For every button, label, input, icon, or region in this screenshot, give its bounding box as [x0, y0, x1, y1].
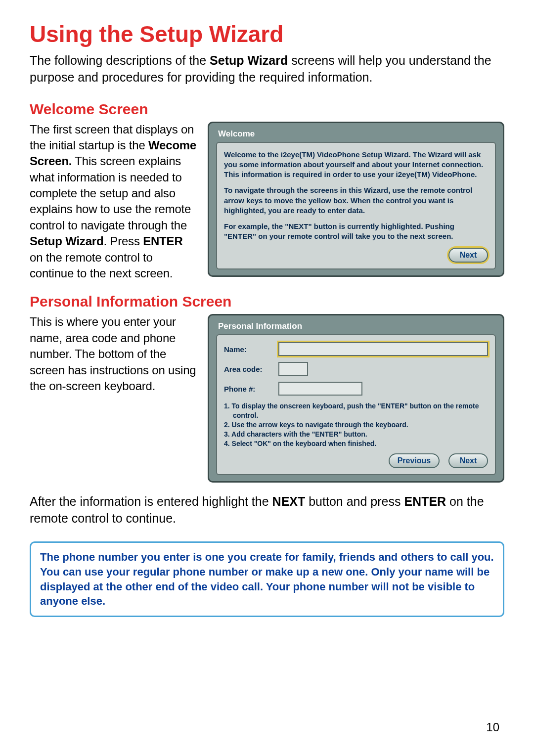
- text: on the remote control to continue to the…: [30, 251, 173, 280]
- welcome-window: Welcome Welcome to the i2eye(TM) VideoPh…: [208, 122, 504, 277]
- personal-window: Personal Information Name: Area code: Ph…: [208, 314, 504, 482]
- text: . Press: [103, 234, 143, 248]
- form-row-phone: Phone #:: [224, 382, 488, 396]
- next-button[interactable]: Next: [448, 453, 488, 468]
- text: button and press: [305, 494, 404, 508]
- instruction-list: 1. To display the onscreen keyboard, pus…: [224, 401, 488, 448]
- instruction-1: 1. To display the onscreen keyboard, pus…: [224, 401, 488, 420]
- welcome-button-row: Next: [224, 248, 488, 263]
- welcome-screenshot: Welcome Welcome to the i2eye(TM) VideoPh…: [208, 122, 504, 277]
- instruction-3: 3. Add characters with the "ENTER" butto…: [224, 430, 488, 439]
- intro-paragraph: The following descriptions of the Setup …: [30, 52, 504, 86]
- label-areacode: Area code:: [224, 365, 273, 373]
- phone-field[interactable]: [278, 382, 362, 396]
- label-phone: Phone #:: [224, 385, 273, 393]
- text-bold: Setup Wizard: [30, 234, 103, 248]
- personal-button-row: Previous Next: [224, 453, 488, 468]
- instruction-4: 4. Select "OK" on the keyboard when fini…: [224, 439, 488, 448]
- personal-row: This is where you enter your name, area …: [30, 314, 504, 482]
- personal-window-title: Personal Information: [216, 320, 496, 334]
- form-row-areacode: Area code:: [224, 362, 488, 376]
- text: The following descriptions of the: [30, 53, 210, 67]
- welcome-window-body: Welcome to the i2eye(TM) VideoPhone Setu…: [216, 142, 496, 269]
- section-heading-personal: Personal Information Screen: [30, 293, 504, 310]
- page-number: 10: [486, 720, 499, 734]
- welcome-row: The first screen that displays on the in…: [30, 122, 504, 282]
- welcome-window-title: Welcome: [216, 128, 496, 142]
- text-bold: NEXT: [272, 494, 306, 508]
- areacode-field[interactable]: [278, 362, 308, 376]
- next-button[interactable]: Next: [448, 248, 488, 263]
- after-paragraph: After the information is entered highlig…: [30, 493, 504, 527]
- welcome-paragraph-3: For example, the "NEXT" button is curren…: [224, 222, 488, 242]
- name-field[interactable]: [278, 342, 488, 356]
- welcome-paragraph-1: Welcome to the i2eye(TM) VideoPhone Setu…: [224, 150, 488, 180]
- text: After the information is entered highlig…: [30, 494, 272, 508]
- welcome-paragraph-2: To navigate through the screens in this …: [224, 185, 488, 216]
- previous-button[interactable]: Previous: [389, 453, 440, 468]
- callout-box: The phone number you enter is one you cr…: [30, 541, 504, 617]
- text-bold: Setup Wizard: [210, 53, 288, 67]
- section-heading-welcome: Welcome Screen: [30, 101, 504, 118]
- form-row-name: Name:: [224, 342, 488, 356]
- personal-description: This is where you enter your name, area …: [30, 314, 198, 394]
- welcome-description: The first screen that displays on the in…: [30, 122, 198, 282]
- instruction-2: 2. Use the arrow keys to navigate throug…: [224, 420, 488, 430]
- personal-window-body: Name: Area code: Phone #: 1. To display …: [216, 334, 496, 475]
- label-name: Name:: [224, 345, 273, 354]
- page-title: Using the Setup Wizard: [30, 21, 504, 47]
- text-bold: ENTER: [143, 234, 182, 248]
- personal-screenshot: Personal Information Name: Area code: Ph…: [208, 314, 504, 482]
- text-bold: ENTER: [404, 494, 446, 508]
